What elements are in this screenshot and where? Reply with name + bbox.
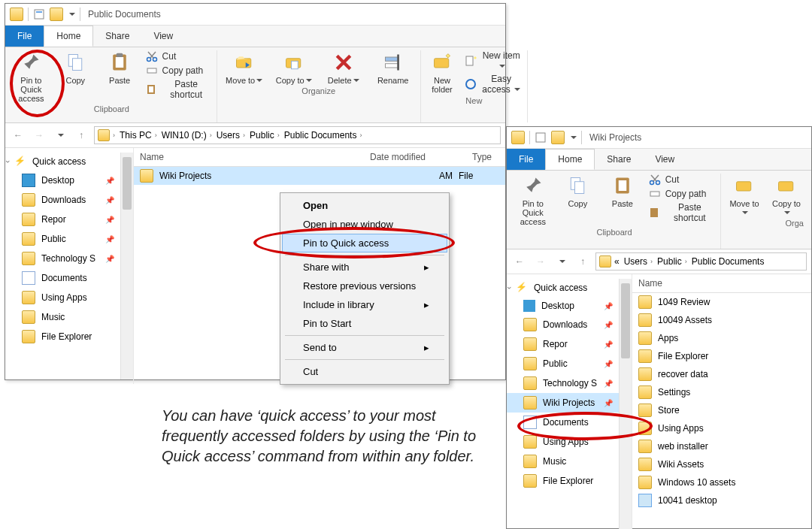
new-folder-icon[interactable] xyxy=(551,131,565,144)
crumb[interactable]: Public Documents xyxy=(690,256,766,267)
qat-more-icon[interactable] xyxy=(569,132,577,143)
file-row[interactable]: Apps xyxy=(632,329,811,347)
back-button[interactable]: ← xyxy=(10,127,26,144)
file-row[interactable]: recover data xyxy=(632,365,811,383)
scrollbar[interactable] xyxy=(120,153,133,379)
titlebar[interactable]: Wiki Projects xyxy=(507,127,811,149)
tab-file[interactable]: File xyxy=(5,26,44,47)
sidebar-item-file-explorer[interactable]: File Explorer xyxy=(5,327,120,346)
new-folder-button[interactable]: New folder xyxy=(427,50,458,94)
menu-pin-quick-access[interactable]: Pin to Quick access xyxy=(282,234,447,252)
crumb[interactable]: Users› xyxy=(623,256,654,267)
sidebar-item-downloads[interactable]: Downloads📌 xyxy=(5,190,120,210)
tab-share[interactable]: Share xyxy=(595,149,643,170)
menu-open[interactable]: Open xyxy=(282,196,447,215)
copy-to-button[interactable]: Copy to xyxy=(273,50,315,85)
rename-button[interactable]: Rename xyxy=(372,50,414,85)
tab-home[interactable]: Home xyxy=(44,26,93,47)
menu-cut[interactable]: Cut xyxy=(282,362,447,381)
quick-access-header[interactable]: ⚡ Quick access xyxy=(5,153,120,171)
tab-file[interactable]: File xyxy=(507,149,545,170)
tab-home[interactable]: Home xyxy=(545,149,595,170)
menu-send-to[interactable]: Send to▸ xyxy=(282,338,447,357)
file-row[interactable]: Store xyxy=(632,401,811,419)
copy-path-button[interactable]: Copy path xyxy=(649,188,714,200)
copy-path-button[interactable]: Copy path xyxy=(146,65,211,77)
col-name[interactable]: Name xyxy=(134,152,364,162)
menu-restore-versions[interactable]: Restore previous versions xyxy=(282,277,447,295)
sidebar-item-using-apps[interactable]: Using Apps xyxy=(5,288,120,307)
sidebar-item-public[interactable]: Public📌 xyxy=(507,354,619,373)
paste-shortcut-button[interactable]: Paste shortcut xyxy=(649,202,714,223)
file-row[interactable]: Windows 10 assets xyxy=(632,473,811,491)
tab-share[interactable]: Share xyxy=(93,26,141,47)
sidebar-item-using-apps[interactable]: Using Apps xyxy=(507,432,619,452)
sidebar-item-music[interactable]: Music xyxy=(507,452,619,471)
column-headers[interactable]: Name Date modified Type xyxy=(134,148,505,167)
crumb[interactable]: Public Documents› xyxy=(283,130,364,141)
col-date[interactable]: Date modified xyxy=(364,152,466,162)
sidebar-item-technology[interactable]: Technology S📌 xyxy=(5,249,120,268)
nav-pane[interactable]: ⚡ Quick access Desktop📌 Downloads📌 Repor… xyxy=(5,148,134,384)
file-row[interactable]: Using Apps xyxy=(632,419,811,437)
crumb[interactable]: Public› xyxy=(248,130,281,141)
scrollbar[interactable] xyxy=(619,279,632,529)
file-row[interactable]: Wiki Projects AM File xyxy=(134,167,505,185)
sidebar-item-reports[interactable]: Repor📌 xyxy=(5,210,120,229)
nav-pane[interactable]: ⚡ Quick access Desktop📌 Downloads📌 Repor… xyxy=(507,274,632,529)
file-row[interactable]: 10049 Assets xyxy=(632,311,811,329)
up-button[interactable]: ↑ xyxy=(574,253,591,270)
file-row[interactable]: Wiki Assets xyxy=(632,455,811,473)
properties-icon[interactable] xyxy=(33,8,45,20)
up-button[interactable]: ↑ xyxy=(73,127,89,144)
sidebar-item-documents[interactable]: Documents xyxy=(507,413,619,432)
sidebar-item-downloads[interactable]: Downloads📌 xyxy=(507,315,619,334)
history-button[interactable] xyxy=(553,253,570,270)
cut-button[interactable]: Cut xyxy=(649,174,714,186)
tab-view[interactable]: View xyxy=(141,26,185,47)
move-to-button[interactable]: Move to xyxy=(727,174,762,217)
properties-icon[interactable] xyxy=(535,131,547,144)
crumb[interactable]: Public› xyxy=(656,256,689,267)
paste-shortcut-button[interactable]: Paste shortcut xyxy=(146,79,211,100)
file-row[interactable]: File Explorer xyxy=(632,347,811,365)
easy-access-button[interactable]: Easy access xyxy=(465,74,521,95)
pin-to-quick-access-button[interactable]: Pin to Quick access xyxy=(13,50,50,103)
quick-access-header[interactable]: ⚡ Quick access xyxy=(507,279,619,297)
history-button[interactable] xyxy=(52,127,68,144)
sidebar-item-desktop[interactable]: Desktop📌 xyxy=(5,171,120,190)
address-bar[interactable]: « Users› Public› Public Documents xyxy=(595,252,807,271)
file-row[interactable]: 10041 desktop xyxy=(632,491,811,509)
titlebar[interactable]: Public Documents xyxy=(5,4,505,26)
copy-button[interactable]: Copy xyxy=(57,50,94,85)
sidebar-item-desktop[interactable]: Desktop📌 xyxy=(507,297,619,315)
menu-share-with[interactable]: Share with▸ xyxy=(282,258,447,277)
file-row[interactable]: web installer xyxy=(632,437,811,455)
column-headers[interactable]: Name xyxy=(632,274,811,293)
sidebar-item-public[interactable]: Public📌 xyxy=(5,229,120,249)
file-list[interactable]: Name 1049 Review10049 AssetsAppsFile Exp… xyxy=(632,274,811,529)
menu-pin-start[interactable]: Pin to Start xyxy=(282,314,447,333)
move-to-button[interactable]: Move to xyxy=(223,50,265,85)
col-name[interactable]: Name xyxy=(632,278,795,289)
forward-button[interactable]: → xyxy=(532,253,549,270)
menu-open-new-window[interactable]: Open in new window xyxy=(282,215,447,234)
pin-to-quick-access-button[interactable]: Pin to Quick access xyxy=(514,174,552,226)
file-row[interactable]: Settings xyxy=(632,383,811,401)
crumb[interactable]: WIN10 (D:)› xyxy=(160,130,214,141)
sidebar-item-wiki-projects[interactable]: Wiki Projects📌 xyxy=(507,393,619,413)
crumb[interactable]: This PC› xyxy=(118,130,159,141)
copy-button[interactable]: Copy xyxy=(559,174,597,208)
sidebar-item-music[interactable]: Music xyxy=(5,307,120,327)
address-bar[interactable]: › This PC› WIN10 (D:)› Users› Public› Pu… xyxy=(94,126,501,144)
sidebar-item-file-explorer[interactable]: File Explorer xyxy=(507,471,619,491)
tab-view[interactable]: View xyxy=(643,149,686,170)
file-row[interactable]: 1049 Review xyxy=(632,293,811,311)
crumb-overflow[interactable]: « xyxy=(613,256,621,267)
paste-button[interactable]: Paste xyxy=(102,50,138,85)
paste-button[interactable]: Paste xyxy=(604,174,641,208)
back-button[interactable]: ← xyxy=(511,253,528,270)
cut-button[interactable]: Cut xyxy=(146,50,211,62)
forward-button[interactable]: → xyxy=(31,127,47,144)
qat-more-icon[interactable] xyxy=(68,9,75,20)
